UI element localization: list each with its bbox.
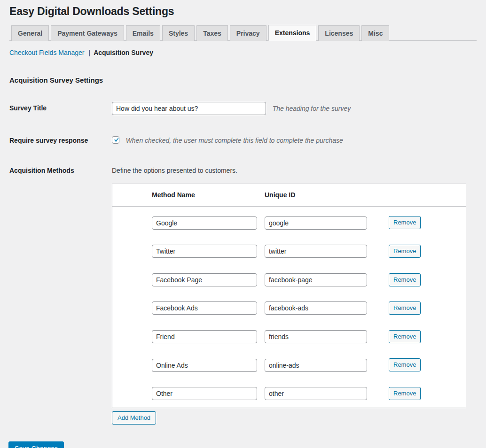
method-name-cell — [152, 387, 265, 401]
tab-misc[interactable]: Misc — [361, 25, 389, 41]
unique-id-input[interactable] — [265, 330, 367, 343]
method-action-cell: Remove — [389, 301, 421, 315]
unique-id-input[interactable] — [265, 301, 367, 315]
method-name-input[interactable] — [152, 245, 257, 258]
require-response-label: Require survey response — [9, 134, 112, 147]
method-action-cell: Remove — [389, 330, 421, 343]
method-row: Remove — [112, 265, 466, 294]
subnav-current-acquisition-survey: Acquisition Survey — [94, 49, 153, 56]
method-name-input[interactable] — [152, 330, 257, 343]
method-row: Remove — [112, 237, 466, 266]
tab-licenses[interactable]: Licenses — [318, 25, 360, 41]
tab-extensions[interactable]: Extensions — [268, 25, 317, 41]
methods-table-header: Method Name Unique ID — [112, 184, 466, 207]
method-name-cell — [152, 216, 265, 230]
unique-id-cell — [265, 330, 378, 343]
require-response-control: When checked, the user must complete thi… — [112, 134, 343, 147]
acquisition-methods-row: Acquisition Methods Define the options p… — [9, 166, 477, 425]
require-response-description: When checked, the user must complete thi… — [126, 137, 343, 144]
survey-title-control: The heading for the survey — [112, 101, 351, 115]
unique-id-cell — [265, 301, 378, 315]
page-title: Easy Digital Downloads Settings — [9, 0, 477, 25]
method-action-cell: Remove — [389, 216, 421, 229]
tab-styles[interactable]: Styles — [162, 25, 195, 41]
table-spacer-cell — [112, 191, 152, 199]
unique-id-input[interactable] — [265, 245, 367, 258]
method-row: Remove — [112, 351, 466, 379]
unique-id-input[interactable] — [265, 387, 367, 400]
method-name-input[interactable] — [152, 301, 257, 315]
method-name-cell — [152, 245, 265, 258]
acquisition-methods-description: Define the options presented to customer… — [112, 166, 466, 175]
save-changes-button[interactable]: Save Changes — [8, 441, 64, 448]
acquisition-methods-control: Define the options presented to customer… — [112, 166, 466, 425]
tab-taxes[interactable]: Taxes — [196, 25, 228, 41]
method-name-cell — [152, 330, 265, 343]
remove-method-button[interactable]: Remove — [389, 301, 421, 315]
section-heading: Acquisition Survey Settings — [9, 76, 477, 84]
require-response-checkbox[interactable] — [112, 136, 119, 144]
method-name-cell — [152, 301, 265, 315]
method-name-cell — [152, 358, 265, 372]
remove-method-button[interactable]: Remove — [389, 216, 421, 229]
column-header-unique-id: Unique ID — [265, 191, 378, 199]
survey-title-input[interactable] — [112, 102, 266, 115]
method-name-input[interactable] — [152, 359, 257, 372]
unique-id-cell — [265, 245, 378, 258]
unique-id-cell — [265, 387, 378, 401]
add-method-button[interactable]: Add Method — [112, 411, 156, 425]
remove-method-button[interactable]: Remove — [389, 358, 421, 371]
settings-page: Easy Digital Downloads Settings GeneralP… — [0, 0, 486, 448]
remove-method-button[interactable]: Remove — [389, 245, 421, 258]
method-row: Remove — [112, 322, 466, 351]
method-row: Remove — [112, 207, 466, 237]
method-name-input[interactable] — [152, 387, 257, 400]
method-name-input[interactable] — [152, 216, 257, 230]
method-row: Remove — [112, 294, 466, 323]
tab-privacy[interactable]: Privacy — [230, 25, 267, 41]
checkmark-icon — [112, 136, 120, 144]
survey-title-label: Survey Title — [9, 101, 112, 115]
survey-title-row: Survey Title The heading for the survey — [9, 101, 477, 115]
unique-id-input[interactable] — [265, 359, 367, 372]
tab-emails[interactable]: Emails — [126, 25, 160, 41]
unique-id-cell — [265, 273, 378, 286]
unique-id-input[interactable] — [265, 273, 367, 286]
remove-method-button[interactable]: Remove — [389, 330, 421, 343]
subnav-separator: | — [89, 49, 91, 56]
methods-table-body: Remove Remove Remove Remov — [112, 207, 466, 408]
tab-payment-gateways[interactable]: Payment Gateways — [51, 25, 124, 41]
subnav-link-checkout-fields-manager[interactable]: Checkout Fields Manager — [9, 49, 85, 56]
method-name-cell — [152, 273, 265, 286]
unique-id-input[interactable] — [265, 216, 367, 230]
require-response-row: Require survey response When checked, th… — [9, 134, 477, 147]
remove-method-button[interactable]: Remove — [389, 273, 421, 286]
method-name-input[interactable] — [152, 273, 257, 286]
survey-title-description: The heading for the survey — [273, 105, 351, 112]
method-action-cell: Remove — [389, 387, 421, 400]
settings-tabs: GeneralPayment GatewaysEmailsStylesTaxes… — [9, 25, 477, 41]
unique-id-cell — [265, 216, 378, 230]
method-action-cell: Remove — [389, 358, 421, 371]
column-header-method-name: Method Name — [152, 191, 265, 199]
tab-general[interactable]: General — [11, 25, 49, 41]
remove-method-button[interactable]: Remove — [389, 387, 421, 400]
extensions-subnav: Checkout Fields Manager|Acquisition Surv… — [9, 49, 477, 56]
acquisition-methods-table: Method Name Unique ID Remove Remove — [112, 184, 466, 408]
method-action-cell: Remove — [389, 245, 421, 258]
method-action-cell: Remove — [389, 273, 421, 286]
unique-id-cell — [265, 358, 378, 372]
method-row: Remove — [112, 379, 466, 408]
acquisition-methods-label: Acquisition Methods — [9, 166, 112, 175]
